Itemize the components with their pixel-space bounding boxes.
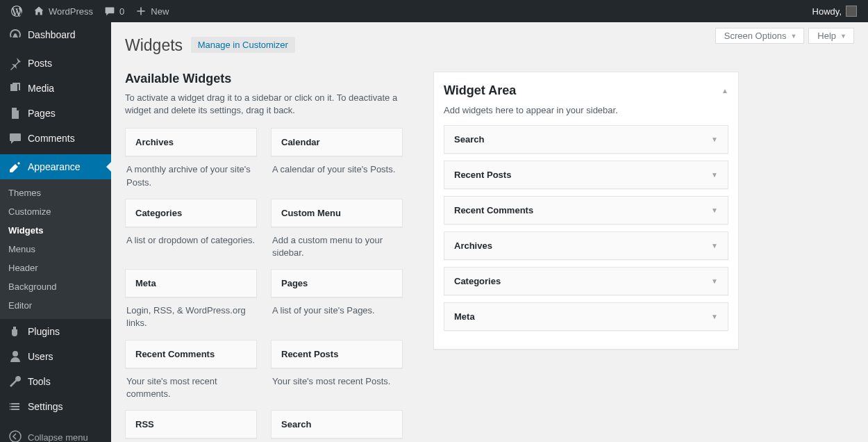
available-widget[interactable]: Search — [271, 410, 403, 439]
widget-area-item[interactable]: Categories ▼ — [444, 267, 728, 295]
chevron-down-icon: ▼ — [840, 33, 846, 40]
comment-icon — [104, 6, 115, 17]
content-wrap: Widgets Manage in Customizer Available W… — [111, 22, 868, 442]
chevron-down-icon: ▼ — [711, 171, 718, 179]
submenu-themes[interactable]: Themes — [0, 183, 111, 202]
menu-label: Users — [28, 351, 53, 362]
settings-icon — [8, 400, 22, 414]
available-widget[interactable]: RSS — [125, 410, 257, 439]
available-widget[interactable]: Custom Menu — [271, 199, 403, 227]
available-widget-desc: Login, RSS, & WordPress.org links. — [125, 297, 257, 339]
comment-icon — [8, 131, 22, 145]
available-widget-desc: Add a custom menu to your sidebar. — [271, 227, 403, 269]
available-widget[interactable]: Recent Comments — [125, 340, 257, 368]
help-label: Help — [817, 31, 836, 41]
available-widget-title: Custom Menu — [272, 199, 402, 227]
widget-area-item-title: Search — [454, 134, 484, 145]
menu-pages[interactable]: Pages — [0, 101, 111, 126]
howdy-link[interactable]: Howdy, — [807, 6, 862, 17]
available-widget-desc: A list of your site's Pages. — [271, 297, 403, 327]
menu-label: Comments — [28, 133, 75, 144]
available-widget-title: Search — [272, 411, 402, 438]
menu-comments[interactable]: Comments — [0, 126, 111, 151]
new-label: New — [151, 6, 169, 17]
page-title: Widgets — [125, 22, 183, 55]
available-widget[interactable]: Archives — [125, 128, 257, 156]
submenu-menus[interactable]: Menus — [0, 240, 111, 259]
menu-settings[interactable]: Settings — [0, 394, 111, 419]
howdy-text: Howdy, — [812, 6, 842, 17]
widget-area-item-title: Categories — [454, 276, 501, 286]
wp-logo-icon[interactable] — [6, 6, 28, 17]
menu-label: Appearance — [28, 161, 81, 172]
site-link[interactable]: WordPress — [28, 6, 99, 17]
available-widget-desc: Your site's most recent Posts. — [271, 368, 403, 398]
menu-plugins[interactable]: Plugins — [0, 319, 111, 344]
admin-bar: WordPress 0 New Howdy, — [0, 0, 868, 22]
available-widget[interactable]: Pages — [271, 269, 403, 297]
menu-users[interactable]: Users — [0, 344, 111, 369]
widget-area-toggle[interactable]: Widget Area ▲ — [444, 81, 728, 102]
available-widget[interactable]: Recent Posts — [271, 340, 403, 368]
pin-icon — [8, 56, 22, 70]
chevron-down-icon: ▼ — [711, 136, 718, 143]
chevron-down-icon: ▼ — [711, 206, 718, 214]
available-widget-title: Recent Comments — [126, 341, 256, 368]
chevron-down-icon: ▼ — [711, 242, 718, 249]
screen-meta-links: Screen Options ▼ Help ▼ — [715, 28, 854, 44]
media-icon — [8, 81, 22, 95]
widget-area-column: Widget Area ▲ Add widgets here to appear… — [433, 72, 739, 442]
widget-area-item-title: Recent Posts — [454, 170, 511, 180]
site-name: WordPress — [49, 6, 93, 17]
comments-count: 0 — [119, 6, 124, 17]
help-button[interactable]: Help ▼ — [808, 28, 854, 44]
plugin-icon — [8, 325, 22, 338]
menu-tools[interactable]: Tools — [0, 369, 111, 394]
widget-area-item[interactable]: Recent Posts ▼ — [444, 161, 728, 189]
available-widget[interactable]: Categories — [125, 199, 257, 227]
available-widget-title: RSS — [126, 411, 256, 438]
screen-options-label: Screen Options — [724, 31, 787, 41]
collapse-menu[interactable]: Collapse menu — [0, 423, 111, 442]
menu-label: Posts — [28, 58, 52, 69]
submenu-editor[interactable]: Editor — [0, 296, 111, 315]
chevron-down-icon: ▼ — [711, 277, 718, 285]
menu-label: Dashboard — [28, 29, 76, 40]
widget-area-item-title: Archives — [454, 240, 492, 251]
available-widget-desc: Your site's most recent comments. — [125, 368, 257, 410]
chevron-down-icon: ▼ — [790, 33, 796, 40]
available-widgets-desc: To activate a widget drag it to a sideba… — [125, 92, 403, 117]
submenu-widgets[interactable]: Widgets — [0, 221, 111, 240]
widget-area-item[interactable]: Meta ▼ — [444, 302, 728, 331]
available-widget-desc — [271, 439, 403, 442]
submenu-customize[interactable]: Customize — [0, 202, 111, 221]
avatar — [846, 6, 857, 17]
available-widget[interactable]: Meta — [125, 269, 257, 297]
widget-area-desc: Add widgets here to appear in your sideb… — [444, 105, 728, 115]
screen-options-button[interactable]: Screen Options ▼ — [715, 28, 805, 44]
collapse-icon — [8, 429, 22, 442]
manage-in-customizer-link[interactable]: Manage in Customizer — [191, 37, 295, 53]
menu-label: Settings — [28, 401, 63, 412]
menu-media[interactable]: Media — [0, 76, 111, 101]
menu-appearance[interactable]: Appearance — [0, 154, 111, 179]
available-widget-title: Pages — [272, 270, 402, 297]
appearance-icon — [8, 160, 22, 174]
widget-area-item[interactable]: Recent Comments ▼ — [444, 196, 728, 224]
menu-dashboard[interactable]: Dashboard — [0, 22, 111, 47]
available-widget-title: Categories — [126, 199, 256, 227]
widget-area-title: Widget Area — [444, 83, 516, 98]
submenu-background[interactable]: Background — [0, 277, 111, 296]
widget-area-item-title: Meta — [454, 311, 475, 322]
available-widgets-heading: Available Widgets — [125, 72, 403, 86]
available-widget[interactable]: Calendar — [271, 128, 403, 156]
widget-area-item[interactable]: Search ▼ — [444, 125, 728, 154]
widget-area-item[interactable]: Archives ▼ — [444, 231, 728, 260]
widget-area-box: Widget Area ▲ Add widgets here to appear… — [433, 72, 739, 350]
menu-posts[interactable]: Posts — [0, 51, 111, 76]
available-widget-title: Meta — [126, 270, 256, 297]
submenu-header[interactable]: Header — [0, 259, 111, 277]
new-link[interactable]: New — [130, 6, 174, 17]
comments-link[interactable]: 0 — [99, 6, 130, 17]
menu-label: Media — [28, 83, 54, 94]
